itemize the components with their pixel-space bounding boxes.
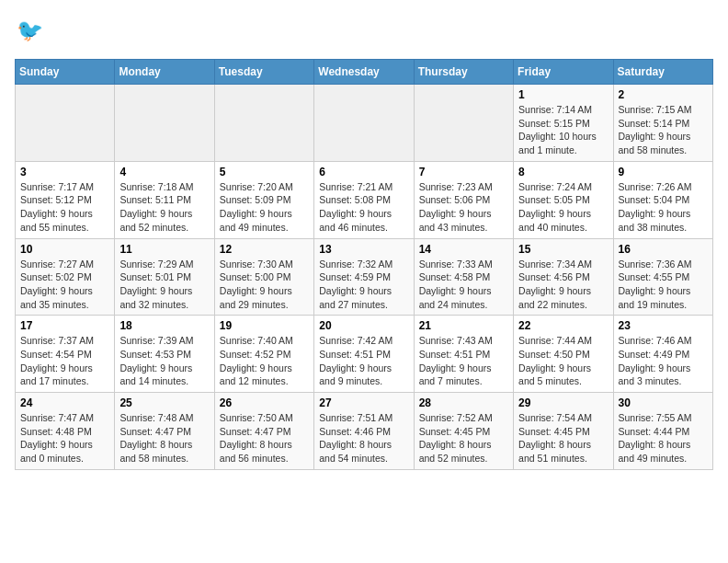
day-info: Sunrise: 7:15 AM Sunset: 5:14 PM Dayligh… xyxy=(619,103,708,157)
calendar-cell xyxy=(214,85,313,162)
day-info: Sunrise: 7:18 AM Sunset: 5:11 PM Dayligh… xyxy=(119,180,209,235)
calendar-cell: 5Sunrise: 7:20 AM Sunset: 5:09 PM Daylig… xyxy=(214,161,313,238)
calendar-cell: 10Sunrise: 7:27 AM Sunset: 5:02 PM Dayli… xyxy=(16,238,115,316)
day-number: 10 xyxy=(20,243,109,256)
day-number: 5 xyxy=(220,166,309,178)
day-number: 3 xyxy=(20,166,109,178)
day-info: Sunrise: 7:34 AM Sunset: 4:56 PM Dayligh… xyxy=(518,258,608,312)
day-number: 14 xyxy=(419,243,508,256)
day-number: 29 xyxy=(518,396,608,409)
day-info: Sunrise: 7:30 AM Sunset: 5:00 PM Dayligh… xyxy=(220,258,309,312)
day-info: Sunrise: 7:44 AM Sunset: 4:50 PM Dayligh… xyxy=(518,334,608,388)
calendar-cell xyxy=(115,85,214,162)
day-info: Sunrise: 7:55 AM Sunset: 4:44 PM Dayligh… xyxy=(619,411,708,465)
weekday-header-saturday: Saturday xyxy=(613,60,712,85)
day-info: Sunrise: 7:32 AM Sunset: 4:59 PM Dayligh… xyxy=(319,258,408,312)
day-info: Sunrise: 7:36 AM Sunset: 4:55 PM Dayligh… xyxy=(619,258,708,312)
logo-icon: 🐦 xyxy=(15,15,48,48)
day-number: 25 xyxy=(119,396,209,409)
day-number: 9 xyxy=(619,166,708,178)
calendar-cell xyxy=(314,85,414,162)
calendar-cell: 23Sunrise: 7:46 AM Sunset: 4:49 PM Dayli… xyxy=(613,316,712,393)
weekday-header-wednesday: Wednesday xyxy=(314,60,414,85)
logo: 🐦 xyxy=(15,15,51,48)
calendar-cell: 15Sunrise: 7:34 AM Sunset: 4:56 PM Dayli… xyxy=(514,238,613,316)
day-info: Sunrise: 7:26 AM Sunset: 5:04 PM Dayligh… xyxy=(619,180,708,235)
day-info: Sunrise: 7:14 AM Sunset: 5:15 PM Dayligh… xyxy=(518,103,608,157)
calendar-cell xyxy=(414,85,513,162)
calendar-cell: 8Sunrise: 7:24 AM Sunset: 5:05 PM Daylig… xyxy=(514,161,613,238)
calendar-cell: 30Sunrise: 7:55 AM Sunset: 4:44 PM Dayli… xyxy=(613,393,712,470)
calendar-week-3: 10Sunrise: 7:27 AM Sunset: 5:02 PM Dayli… xyxy=(16,238,713,316)
weekday-header-sunday: Sunday xyxy=(16,60,115,85)
weekday-header-row: SundayMondayTuesdayWednesdayThursdayFrid… xyxy=(16,60,713,85)
weekday-header-monday: Monday xyxy=(115,60,214,85)
calendar-cell: 9Sunrise: 7:26 AM Sunset: 5:04 PM Daylig… xyxy=(613,161,712,238)
calendar-cell: 13Sunrise: 7:32 AM Sunset: 4:59 PM Dayli… xyxy=(314,238,414,316)
svg-text:🐦: 🐦 xyxy=(17,17,44,43)
day-info: Sunrise: 7:23 AM Sunset: 5:06 PM Dayligh… xyxy=(419,180,508,235)
calendar-cell: 27Sunrise: 7:51 AM Sunset: 4:46 PM Dayli… xyxy=(314,393,414,470)
day-info: Sunrise: 7:43 AM Sunset: 4:51 PM Dayligh… xyxy=(419,334,508,388)
calendar-cell: 26Sunrise: 7:50 AM Sunset: 4:47 PM Dayli… xyxy=(214,393,313,470)
day-number: 2 xyxy=(619,88,708,101)
weekday-header-friday: Friday xyxy=(514,60,613,85)
day-number: 22 xyxy=(518,319,608,332)
day-info: Sunrise: 7:39 AM Sunset: 4:53 PM Dayligh… xyxy=(119,334,209,388)
calendar-cell: 4Sunrise: 7:18 AM Sunset: 5:11 PM Daylig… xyxy=(115,161,214,238)
day-number: 20 xyxy=(319,319,408,332)
weekday-header-thursday: Thursday xyxy=(414,60,513,85)
calendar-cell xyxy=(16,85,115,162)
day-number: 4 xyxy=(119,166,209,178)
calendar-cell: 21Sunrise: 7:43 AM Sunset: 4:51 PM Dayli… xyxy=(414,316,513,393)
day-number: 27 xyxy=(319,396,408,409)
day-info: Sunrise: 7:48 AM Sunset: 4:47 PM Dayligh… xyxy=(119,411,209,465)
calendar-cell: 18Sunrise: 7:39 AM Sunset: 4:53 PM Dayli… xyxy=(115,316,214,393)
day-info: Sunrise: 7:27 AM Sunset: 5:02 PM Dayligh… xyxy=(20,258,109,312)
day-info: Sunrise: 7:33 AM Sunset: 4:58 PM Dayligh… xyxy=(419,258,508,312)
day-number: 8 xyxy=(518,166,608,178)
day-info: Sunrise: 7:52 AM Sunset: 4:45 PM Dayligh… xyxy=(419,411,508,465)
day-info: Sunrise: 7:40 AM Sunset: 4:52 PM Dayligh… xyxy=(220,334,309,388)
calendar-week-5: 24Sunrise: 7:47 AM Sunset: 4:48 PM Dayli… xyxy=(16,393,713,470)
day-number: 23 xyxy=(619,319,708,332)
day-number: 18 xyxy=(119,319,209,332)
calendar-cell: 12Sunrise: 7:30 AM Sunset: 5:00 PM Dayli… xyxy=(214,238,313,316)
day-number: 7 xyxy=(419,166,508,178)
day-info: Sunrise: 7:46 AM Sunset: 4:49 PM Dayligh… xyxy=(619,334,708,388)
calendar-cell: 3Sunrise: 7:17 AM Sunset: 5:12 PM Daylig… xyxy=(16,161,115,238)
day-info: Sunrise: 7:51 AM Sunset: 4:46 PM Dayligh… xyxy=(319,411,408,465)
day-info: Sunrise: 7:24 AM Sunset: 5:05 PM Dayligh… xyxy=(518,180,608,235)
calendar-week-2: 3Sunrise: 7:17 AM Sunset: 5:12 PM Daylig… xyxy=(16,161,713,238)
day-number: 26 xyxy=(220,396,309,409)
day-info: Sunrise: 7:47 AM Sunset: 4:48 PM Dayligh… xyxy=(20,411,109,465)
calendar-table: SundayMondayTuesdayWednesdayThursdayFrid… xyxy=(15,59,713,470)
calendar-cell: 19Sunrise: 7:40 AM Sunset: 4:52 PM Dayli… xyxy=(214,316,313,393)
day-number: 28 xyxy=(419,396,508,409)
calendar-cell: 14Sunrise: 7:33 AM Sunset: 4:58 PM Dayli… xyxy=(414,238,513,316)
day-number: 12 xyxy=(220,243,309,256)
day-number: 11 xyxy=(119,243,209,256)
calendar-cell: 25Sunrise: 7:48 AM Sunset: 4:47 PM Dayli… xyxy=(115,393,214,470)
calendar-cell: 22Sunrise: 7:44 AM Sunset: 4:50 PM Dayli… xyxy=(514,316,613,393)
calendar-week-1: 1Sunrise: 7:14 AM Sunset: 5:15 PM Daylig… xyxy=(16,85,713,162)
day-info: Sunrise: 7:50 AM Sunset: 4:47 PM Dayligh… xyxy=(220,411,309,465)
day-info: Sunrise: 7:17 AM Sunset: 5:12 PM Dayligh… xyxy=(20,180,109,235)
calendar-cell: 16Sunrise: 7:36 AM Sunset: 4:55 PM Dayli… xyxy=(613,238,712,316)
day-number: 13 xyxy=(319,243,408,256)
calendar-cell: 20Sunrise: 7:42 AM Sunset: 4:51 PM Dayli… xyxy=(314,316,414,393)
day-info: Sunrise: 7:21 AM Sunset: 5:08 PM Dayligh… xyxy=(319,180,408,235)
day-number: 30 xyxy=(619,396,708,409)
day-number: 21 xyxy=(419,319,508,332)
calendar-cell: 28Sunrise: 7:52 AM Sunset: 4:45 PM Dayli… xyxy=(414,393,513,470)
day-number: 1 xyxy=(518,88,608,101)
day-number: 24 xyxy=(20,396,109,409)
calendar-cell: 24Sunrise: 7:47 AM Sunset: 4:48 PM Dayli… xyxy=(16,393,115,470)
calendar-cell: 29Sunrise: 7:54 AM Sunset: 4:45 PM Dayli… xyxy=(514,393,613,470)
day-info: Sunrise: 7:29 AM Sunset: 5:01 PM Dayligh… xyxy=(119,258,209,312)
day-number: 15 xyxy=(518,243,608,256)
calendar-cell: 2Sunrise: 7:15 AM Sunset: 5:14 PM Daylig… xyxy=(613,85,712,162)
day-number: 17 xyxy=(20,319,109,332)
day-number: 19 xyxy=(220,319,309,332)
day-info: Sunrise: 7:20 AM Sunset: 5:09 PM Dayligh… xyxy=(220,180,309,235)
